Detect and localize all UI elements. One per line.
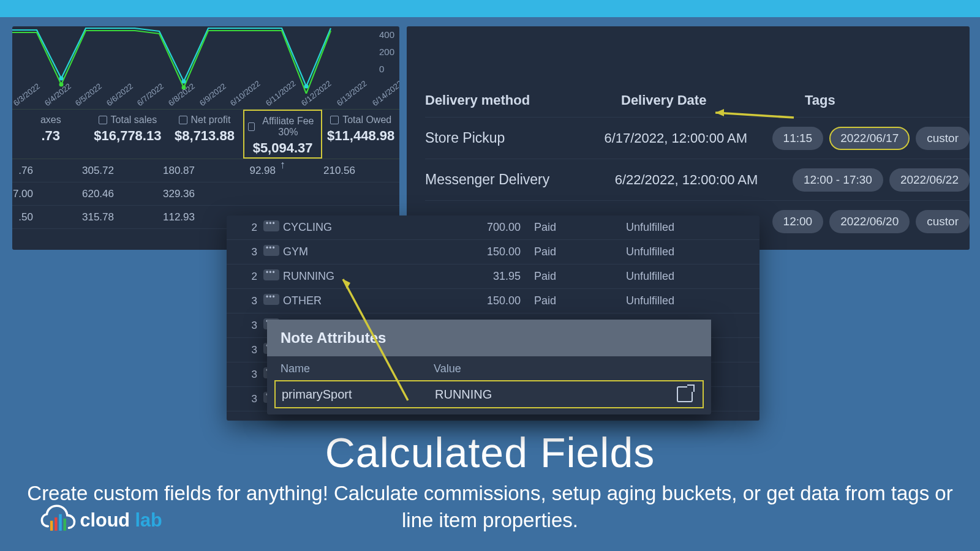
tag[interactable]: 12:00: [772, 210, 824, 233]
svg-point-0: [59, 77, 64, 81]
arrow-up-icon: ↑: [248, 159, 318, 171]
checkbox-icon[interactable]: [179, 116, 187, 124]
more-icon[interactable]: [263, 294, 279, 305]
checkbox-icon[interactable]: [99, 116, 107, 124]
svg-text:lab: lab: [135, 509, 162, 530]
col-delivery-method: Delivery method: [425, 92, 621, 108]
note-attributes-popup: Note Attributes Name Value primarySport …: [267, 320, 711, 414]
metric-total-owed[interactable]: Total Owed$11,448.98: [322, 110, 399, 159]
more-icon[interactable]: [263, 220, 279, 231]
cloudlab-logo: cloud lab: [18, 502, 202, 535]
checkbox-icon[interactable]: [248, 122, 255, 131]
svg-rect-10: [55, 517, 58, 531]
popup-row-primarysport: primarySport RUNNING: [274, 380, 704, 408]
metric-total-sales[interactable]: Total sales$16,778.13: [89, 110, 167, 159]
svg-rect-12: [64, 519, 67, 531]
svg-rect-9: [50, 521, 53, 531]
order-row[interactable]: 2CYCLING700.00PaidUnfulfilled: [227, 216, 760, 240]
popup-col-value: Value: [434, 362, 698, 375]
tag[interactable]: 12:00 - 17:30: [793, 168, 883, 192]
checkbox-icon[interactable]: [330, 116, 339, 124]
tag[interactable]: custor: [916, 210, 970, 233]
line-chart: 400 200 0 6/3/20226/4/20226/5/20226/6/20…: [12, 26, 399, 109]
more-icon[interactable]: [263, 269, 279, 280]
table-row: .76305.72180.8792.98210.56: [12, 159, 399, 182]
tag[interactable]: custor: [916, 127, 970, 150]
col-tags: Tags: [805, 92, 927, 108]
open-icon[interactable]: [677, 386, 693, 402]
popup-col-name: Name: [281, 362, 434, 375]
svg-text:cloud: cloud: [80, 509, 130, 530]
y-axis-labels: 400 200 0: [379, 26, 394, 78]
table-row: 7.00620.46329.36: [12, 182, 399, 206]
top-bar: [0, 0, 980, 17]
order-row[interactable]: 3OTHER150.00PaidUnfulfilled: [227, 289, 760, 313]
popup-title: Note Attributes: [267, 320, 711, 356]
col-delivery-date: Delivery Date: [621, 92, 805, 108]
metric-affiliate-fee-30-[interactable]: Affiliate Fee 30%$5,094.37↑: [243, 110, 323, 159]
metric-axes[interactable]: axes.73: [12, 110, 89, 159]
order-row[interactable]: 2RUNNING31.95PaidUnfulfilled: [227, 264, 760, 289]
tag[interactable]: 2022/06/17: [829, 127, 910, 150]
tag[interactable]: 2022/06/20: [829, 210, 910, 233]
tag[interactable]: 2022/06/22: [889, 168, 970, 192]
metrics-row: axes.73Total sales$16,778.13Net profit$8…: [12, 109, 399, 159]
more-icon[interactable]: [263, 245, 279, 256]
x-axis-labels: 6/3/20226/4/20226/5/20226/6/20226/7/2022…: [12, 99, 338, 108]
tag[interactable]: 11:15: [772, 127, 824, 150]
delivery-row: Store Pickup6/17/2022, 12:00:00 AM11:152…: [425, 117, 970, 159]
delivery-row: Messenger Delivery6/22/2022, 12:00:00 AM…: [425, 159, 970, 200]
order-row[interactable]: 3GYM150.00PaidUnfulfilled: [227, 240, 760, 264]
svg-rect-11: [59, 514, 62, 531]
svg-point-2: [304, 84, 309, 89]
metric-net-profit[interactable]: Net profit$8,713.88: [166, 110, 243, 159]
svg-point-1: [182, 80, 186, 84]
